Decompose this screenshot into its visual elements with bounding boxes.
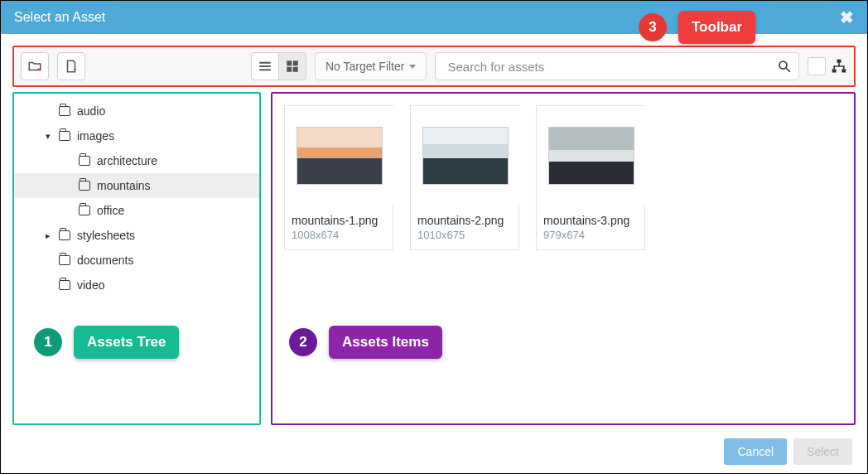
target-filter-dropdown[interactable]: No Target Filter: [315, 52, 427, 80]
tree-item-label: documents: [77, 254, 133, 267]
svg-rect-6: [293, 67, 298, 72]
close-icon[interactable]: ✖: [840, 7, 854, 27]
svg-rect-1: [259, 65, 271, 67]
sitemap-icon[interactable]: [831, 58, 847, 75]
tree-item-label: mountains: [97, 179, 151, 192]
assets-grid: mountains-1.png1008x674mountains-2.png10…: [271, 92, 856, 425]
callout-label: Toolbar: [678, 11, 755, 44]
tree-item[interactable]: images: [14, 123, 259, 148]
chevron-down-icon[interactable]: [44, 131, 52, 142]
image-icon: [548, 127, 634, 185]
dialog-body: audioimagesarchitecturemountainsofficest…: [1, 92, 867, 425]
dialog-footer: Cancel Select: [724, 438, 852, 465]
image-icon: [297, 127, 383, 185]
svg-rect-5: [287, 67, 292, 72]
callout-number: 2: [289, 328, 317, 356]
svg-rect-10: [832, 69, 837, 72]
asset-card[interactable]: mountains-2.png1010x675: [410, 105, 519, 250]
dialog-frame: Select an Asset ✖ No Target Filter: [0, 0, 868, 474]
tree-item[interactable]: video: [14, 273, 259, 297]
tree-item[interactable]: audio: [14, 99, 259, 123]
asset-name: mountains-3.png: [537, 206, 644, 227]
asset-card[interactable]: mountains-1.png1008x674: [284, 105, 393, 250]
asset-dimensions: 1008x674: [285, 227, 393, 249]
svg-rect-0: [259, 62, 271, 64]
search-input[interactable]: [446, 59, 777, 75]
tree-item-label: architecture: [97, 154, 157, 167]
callout-number: 1: [34, 328, 62, 356]
folder-icon: [79, 156, 90, 166]
chevron-right-icon[interactable]: [44, 230, 52, 241]
tree-item-label: audio: [77, 104, 105, 118]
target-filter-label: No Target Filter: [326, 60, 404, 73]
folder-icon: [59, 131, 70, 141]
asset-name: mountains-1.png: [285, 206, 393, 227]
svg-rect-2: [259, 69, 271, 70]
list-view-button[interactable]: [251, 52, 279, 80]
tree-item[interactable]: stylesheets: [14, 223, 259, 248]
callout-assets-items: 2 Assets Items: [289, 326, 442, 359]
asset-name: mountains-2.png: [411, 206, 518, 227]
svg-point-7: [779, 61, 787, 69]
search-icon[interactable]: [777, 59, 792, 74]
tree-item[interactable]: office: [14, 198, 259, 223]
image-icon: [422, 127, 509, 185]
asset-card[interactable]: mountains-3.png979x674: [536, 105, 645, 250]
color-swatch[interactable]: [808, 57, 826, 75]
search-field-wrap: [435, 52, 799, 80]
folder-icon: [59, 106, 70, 116]
callout-label: Assets Tree: [74, 326, 179, 359]
tree-item-label: video: [77, 278, 104, 292]
callout-number: 3: [639, 13, 667, 41]
svg-rect-11: [841, 69, 846, 72]
callout-label: Assets Items: [329, 326, 442, 359]
tree-item[interactable]: architecture: [14, 148, 259, 173]
asset-dimensions: 979x674: [537, 227, 644, 249]
tree-item[interactable]: mountains: [14, 173, 259, 198]
asset-thumbnail: [537, 106, 646, 206]
folder-icon: [59, 230, 70, 240]
cancel-button[interactable]: Cancel: [724, 438, 787, 465]
asset-dimensions: 1010x675: [411, 227, 518, 249]
tree-item-label: office: [97, 204, 124, 217]
dialog-title: Select an Asset: [14, 10, 105, 25]
tree-item[interactable]: documents: [14, 248, 259, 273]
folder-icon: [79, 181, 90, 191]
asset-thumbnail: [285, 106, 394, 206]
svg-rect-4: [293, 60, 298, 65]
grid-view-button[interactable]: [278, 52, 306, 80]
asset-thumbnail: [411, 106, 520, 206]
tree-item-label: images: [77, 129, 114, 143]
tree-item-label: stylesheets: [77, 229, 135, 242]
assets-tree: audioimagesarchitecturemountainsofficest…: [12, 92, 261, 425]
new-file-button[interactable]: [57, 52, 85, 80]
view-mode-group: [251, 52, 306, 80]
svg-rect-3: [287, 60, 292, 65]
chevron-down-icon: [409, 65, 416, 69]
new-folder-button[interactable]: [21, 52, 49, 80]
folder-icon: [59, 255, 70, 265]
callout-assets-tree: 1 Assets Tree: [34, 326, 179, 359]
callout-toolbar: 3 Toolbar: [639, 11, 755, 44]
toolbar: No Target Filter: [12, 46, 856, 87]
folder-icon: [79, 206, 90, 215]
svg-line-8: [786, 68, 790, 72]
folder-icon: [59, 280, 70, 290]
select-button: Select: [793, 438, 852, 465]
svg-rect-9: [837, 60, 841, 63]
